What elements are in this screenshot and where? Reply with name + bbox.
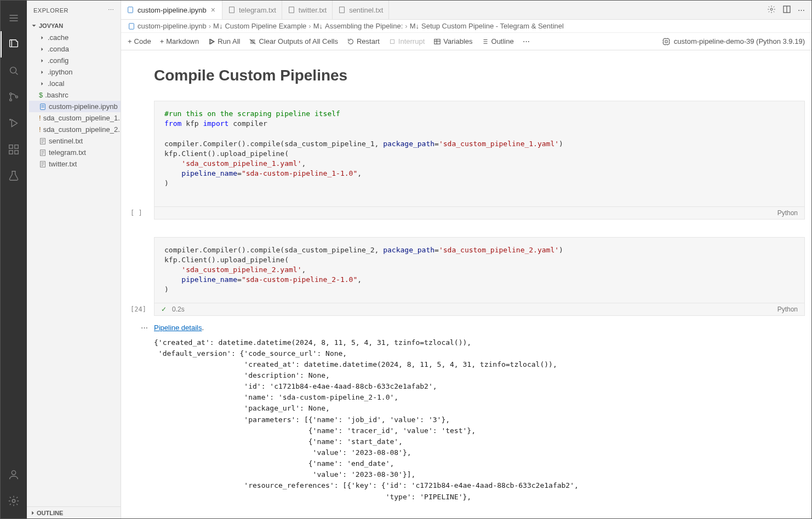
file-telegram[interactable]: telegram.txt xyxy=(29,147,121,158)
svg-rect-5 xyxy=(9,145,13,148)
tab-telegram[interactable]: telegram.txt xyxy=(222,1,282,19)
svg-rect-8 xyxy=(15,145,18,148)
add-markdown-button[interactable]: +Markdown xyxy=(160,37,199,45)
cell-language[interactable]: Python xyxy=(777,209,798,217)
svg-rect-26 xyxy=(663,38,669,44)
svg-point-21 xyxy=(770,8,773,10)
tab-sentinel[interactable]: sentinel.txt xyxy=(333,1,389,19)
file-custom-pipeline[interactable]: custom-pipeline.ipynb xyxy=(29,101,121,112)
svg-rect-6 xyxy=(9,151,13,154)
execution-count: [ ] xyxy=(130,209,142,217)
nb-outline-button[interactable]: Outline xyxy=(482,37,514,45)
notebook-toolbar: +Code +Markdown Run All Clear Outputs of… xyxy=(121,33,811,50)
source-control-icon[interactable] xyxy=(1,84,27,110)
cell-output-text: {'created_at': datetime.datetime(2024, 8… xyxy=(154,337,805,503)
extensions-icon[interactable] xyxy=(1,136,27,163)
explorer-sidebar: EXPLORER ⋯ JOVYAN .cache .conda .config … xyxy=(27,1,121,518)
execution-count: [24] xyxy=(130,305,146,313)
breadcrumb-h2[interactable]: Assembling the Pipeline: xyxy=(325,22,403,30)
pipeline-details-link[interactable]: Pipeline details xyxy=(154,324,202,332)
svg-point-10 xyxy=(12,499,15,503)
more-actions-icon[interactable]: ⋯ xyxy=(798,6,805,14)
add-code-button[interactable]: +Code xyxy=(128,37,151,45)
gear-icon[interactable] xyxy=(767,5,776,15)
more-toolbar-icon[interactable]: ⋯ xyxy=(523,37,530,45)
folder-local[interactable]: .local xyxy=(29,78,121,89)
svg-point-2 xyxy=(10,99,12,101)
folder-cache[interactable]: .cache xyxy=(29,32,121,43)
workspace-root-label: JOVYAN xyxy=(39,22,63,29)
cell-status-bar: [ ] Python xyxy=(154,207,805,220)
split-icon[interactable] xyxy=(782,5,791,15)
svg-rect-13 xyxy=(41,107,44,107)
outline-section[interactable]: OUTLINE xyxy=(27,506,121,518)
svg-rect-17 xyxy=(128,7,133,13)
cell-input[interactable]: compiler.Compiler().compile(sda_custom_p… xyxy=(154,237,805,303)
more-icon[interactable]: ⋯ xyxy=(108,7,115,14)
code-cell-1[interactable]: #run this on the scraping pipeline itsel… xyxy=(143,101,805,220)
cell-language[interactable]: Python xyxy=(777,305,798,313)
svg-rect-18 xyxy=(230,7,235,13)
outline-label: OUTLINE xyxy=(37,510,63,516)
svg-rect-24 xyxy=(390,39,394,43)
svg-point-0 xyxy=(10,67,16,73)
execution-time: 0.2s xyxy=(172,305,185,313)
kernel-label: custom-pipeline-demo-39 (Python 3.9.19) xyxy=(674,37,805,45)
breadcrumb[interactable]: custom-pipeline.ipynb› M↓Custom Pipeline… xyxy=(121,20,811,33)
code-cell-2[interactable]: compiler.Compiler().compile(sda_custom_p… xyxy=(143,237,805,503)
settings-icon[interactable] xyxy=(1,488,27,514)
svg-rect-19 xyxy=(289,7,294,13)
explorer-title: EXPLORER xyxy=(33,7,68,14)
file-sd2[interactable]: !sda_custom_pipeline_2.... xyxy=(29,124,121,135)
breadcrumb-h1[interactable]: Custom Pipeline Example xyxy=(225,22,306,30)
file-sentinel[interactable]: sentinel.txt xyxy=(29,135,121,147)
cell-output-menu-icon[interactable]: ⋯ xyxy=(141,324,148,332)
notebook-body[interactable]: Compile Custom Pipelines #run this on th… xyxy=(121,50,811,518)
file-bashrc[interactable]: $.bashrc xyxy=(29,89,121,101)
close-icon[interactable]: × xyxy=(210,5,216,14)
restart-button[interactable]: Restart xyxy=(347,37,380,45)
svg-point-4 xyxy=(10,119,11,120)
file-twitter[interactable]: twitter.txt xyxy=(29,158,121,170)
tab-twitter[interactable]: twitter.txt xyxy=(282,1,333,19)
variables-button[interactable]: Variables xyxy=(433,37,472,45)
explorer-header: EXPLORER ⋯ xyxy=(27,1,121,20)
account-icon[interactable] xyxy=(1,462,27,488)
beaker-icon[interactable] xyxy=(1,163,27,189)
workspace-root[interactable]: JOVYAN xyxy=(29,20,121,32)
svg-point-1 xyxy=(10,93,12,95)
svg-rect-12 xyxy=(41,105,44,106)
cell-input[interactable]: #run this on the scraping pipeline itsel… xyxy=(154,101,805,207)
menu-icon[interactable] xyxy=(1,5,27,31)
svg-rect-23 xyxy=(129,23,134,29)
run-all-button[interactable]: Run All xyxy=(208,37,240,45)
folder-conda[interactable]: .conda xyxy=(29,43,121,55)
explorer-icon[interactable] xyxy=(1,31,27,57)
tab-bar: custom-pipeline.ipynb × telegram.txt twi… xyxy=(121,1,811,20)
svg-rect-20 xyxy=(340,7,345,13)
file-sd1[interactable]: !sda_custom_pipeline_1.... xyxy=(29,112,121,124)
editor-area: custom-pipeline.ipynb × telegram.txt twi… xyxy=(121,1,811,518)
breadcrumb-file[interactable]: custom-pipeline.ipynb xyxy=(138,22,207,30)
kernel-selector[interactable]: custom-pipeline-demo-39 (Python 3.9.19) xyxy=(662,37,805,46)
folder-ipython[interactable]: .ipython xyxy=(29,66,121,78)
cell-status-bar: [24] ✓ 0.2s Python xyxy=(154,303,805,316)
svg-rect-25 xyxy=(434,39,441,44)
svg-point-9 xyxy=(12,471,15,475)
clear-outputs-button[interactable]: Clear Outputs of All Cells xyxy=(249,37,338,45)
search-icon[interactable] xyxy=(1,57,27,84)
heading-compile: Compile Custom Pipelines xyxy=(154,67,805,84)
tab-custom-pipeline[interactable]: custom-pipeline.ipynb × xyxy=(121,1,222,19)
debug-icon[interactable] xyxy=(1,110,27,136)
folder-config[interactable]: .config xyxy=(29,55,121,66)
svg-rect-7 xyxy=(15,151,18,154)
success-icon: ✓ xyxy=(161,305,167,313)
breadcrumb-h3[interactable]: Setup Custom Pipeline - Telegram & Senti… xyxy=(421,22,564,30)
interrupt-button: Interrupt xyxy=(388,37,425,45)
svg-rect-27 xyxy=(665,41,667,43)
activity-bar xyxy=(1,1,27,518)
